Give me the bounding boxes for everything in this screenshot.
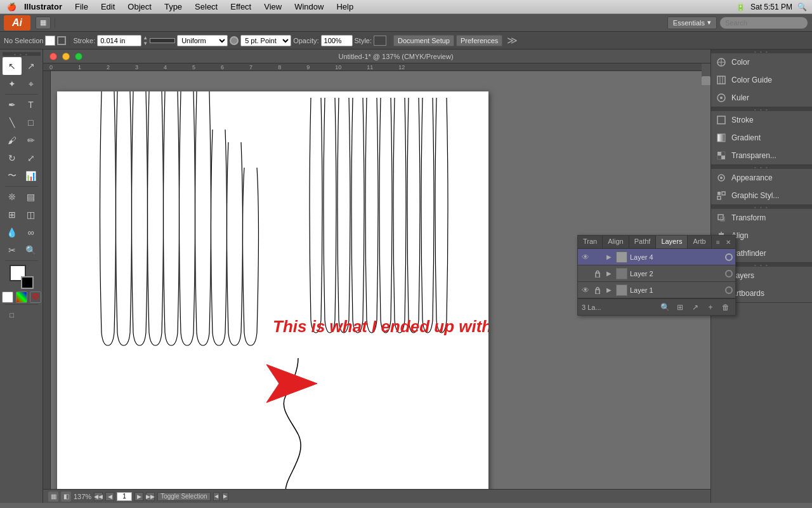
workspace-selector[interactable]: ▦ <box>36 17 51 29</box>
new-layer-btn[interactable]: + <box>705 302 716 313</box>
gradient-tool[interactable]: ◫ <box>22 206 41 224</box>
menu-view[interactable]: View <box>258 0 288 14</box>
paintbrush-tool[interactable]: 🖌 <box>3 131 22 149</box>
graphic-styles-panel-item[interactable]: Graphic Styl... <box>711 187 812 204</box>
transparency-panel-item[interactable]: Transparen... <box>711 147 812 164</box>
stroke-panel-item[interactable]: Stroke <box>711 111 812 129</box>
rotate-tool[interactable]: ↻ <box>3 149 22 167</box>
layer2-visibility-icon[interactable]: 👁 <box>580 269 591 279</box>
app-name[interactable]: Illustrator <box>18 0 69 14</box>
magic-wand-tool[interactable]: ✦ <box>3 75 22 93</box>
type-tool[interactable]: T <box>22 96 41 114</box>
menu-file[interactable]: File <box>69 0 95 14</box>
appearance-panel-item[interactable]: Appearance <box>711 169 812 187</box>
stroke-indicator[interactable] <box>21 276 34 289</box>
canvas-document[interactable]: This is what I ended up with <box>57 91 488 503</box>
layer2-target-circle[interactable] <box>725 270 733 277</box>
line-tool[interactable]: ╲ <box>3 114 22 131</box>
zoom-tool[interactable]: 🔍 <box>22 241 41 259</box>
menu-effect[interactable]: Effect <box>224 0 258 14</box>
layer4-visibility-icon[interactable]: 👁 <box>580 252 591 262</box>
stroke-value-input[interactable] <box>97 35 141 46</box>
layer1-expand-icon[interactable]: ▶ <box>605 286 613 295</box>
tab-layers[interactable]: Layers <box>656 236 688 248</box>
fill-stroke-indicator[interactable] <box>10 265 34 289</box>
kuler-panel-item[interactable]: Kuler <box>711 89 812 107</box>
layer-row-2[interactable]: 👁 ▶ Layer 2 <box>578 265 735 282</box>
toolbar-options-icon[interactable]: ≫ <box>507 34 518 46</box>
scissors-tool[interactable]: ✂ <box>3 241 22 259</box>
artboard-tool[interactable]: □ <box>3 306 22 324</box>
toggle-left-btn[interactable]: ◀ <box>213 492 219 501</box>
opacity-input[interactable] <box>321 35 353 46</box>
move-to-new-layer-btn[interactable]: ↗ <box>690 302 701 313</box>
next-btn[interactable]: ▶ <box>134 492 143 501</box>
layer1-target-circle[interactable] <box>725 286 733 294</box>
delete-layer-btn[interactable]: 🗑 <box>720 302 731 313</box>
layer2-expand-icon[interactable]: ▶ <box>605 269 613 278</box>
toggle-selection-button[interactable]: Toggle Selection <box>157 492 210 501</box>
stroke-color-swatch[interactable] <box>57 36 66 45</box>
prev-btn[interactable]: ◀ <box>105 492 114 501</box>
menu-type[interactable]: Type <box>158 0 188 14</box>
stroke-line-preview[interactable] <box>150 38 175 43</box>
pen-tool[interactable]: ✒ <box>3 96 22 114</box>
document-setup-button[interactable]: Document Setup <box>393 35 454 46</box>
layer1-visibility-icon[interactable]: 👁 <box>580 285 591 295</box>
gradient-mode-btn[interactable] <box>16 291 27 303</box>
color-panel-item[interactable]: Color <box>711 53 812 71</box>
tab-align[interactable]: Align <box>603 236 629 248</box>
toggle-right-btn[interactable]: ▶ <box>222 492 228 501</box>
layer1-lock-icon[interactable] <box>593 286 602 295</box>
next-page-btn[interactable]: ▶▶ <box>146 492 155 501</box>
make-clipping-mask-btn[interactable]: 🔍 <box>659 302 671 313</box>
tab-artboards[interactable]: Artb <box>688 236 711 248</box>
close-button[interactable] <box>49 53 57 60</box>
layers-panel-menu-icon[interactable]: ≡ <box>714 236 723 248</box>
scale-tool[interactable]: ⤢ <box>22 149 41 167</box>
style-swatch[interactable] <box>374 36 386 46</box>
color-mode-btn[interactable] <box>2 291 13 303</box>
layers-panel-close-icon[interactable]: ✕ <box>724 236 733 248</box>
menu-select[interactable]: Select <box>188 0 224 14</box>
rectangle-tool[interactable]: □ <box>22 114 41 131</box>
preferences-button[interactable]: Preferences <box>456 35 502 46</box>
minimize-button[interactable] <box>62 53 70 60</box>
layer2-lock-icon[interactable] <box>593 269 602 278</box>
graph-tool[interactable]: 📊 <box>22 167 41 185</box>
pencil-tool[interactable]: ✏ <box>22 131 41 149</box>
mesh-tool[interactable]: ⊞ <box>3 206 22 224</box>
fill-color-swatch[interactable] <box>45 36 55 46</box>
warp-tool[interactable]: 〜 <box>3 167 22 185</box>
new-sublayer-btn[interactable]: ⊞ <box>674 302 686 313</box>
layer-row-1[interactable]: 👁 ▶ Layer 1 <box>578 282 735 298</box>
lasso-tool[interactable]: ⌖ <box>22 75 41 93</box>
transform-panel-item[interactable]: Transform <box>711 209 812 227</box>
brush-select[interactable]: 5 pt. Point <box>240 35 291 46</box>
column-graph-tool[interactable]: ▤ <box>22 188 41 206</box>
gradient-panel-item[interactable]: Gradient <box>711 129 812 147</box>
blend-tool[interactable]: ∞ <box>22 224 41 241</box>
menu-help[interactable]: Help <box>330 0 360 14</box>
maximize-button[interactable] <box>75 53 82 60</box>
stroke-style-select[interactable]: Uniform <box>177 35 228 46</box>
essentials-button[interactable]: Essentials ▾ <box>667 17 717 29</box>
color-guide-panel-item[interactable]: Color Guide <box>711 71 812 89</box>
brush-preview[interactable] <box>230 36 239 45</box>
search-input[interactable] <box>719 17 808 29</box>
selection-tool[interactable]: ↖ <box>3 57 22 75</box>
layer4-expand-icon[interactable]: ▶ <box>605 253 613 262</box>
search-icon[interactable]: 🔍 <box>797 3 807 11</box>
menu-edit[interactable]: Edit <box>95 0 121 14</box>
tab-pathfinder[interactable]: Pathf <box>629 236 657 248</box>
apple-menu[interactable]: 🍎 <box>5 0 18 14</box>
tab-transform[interactable]: Tran <box>578 236 603 248</box>
prev-page-btn[interactable]: ◀◀ <box>94 492 103 501</box>
menu-object[interactable]: Object <box>121 0 158 14</box>
symbol-sprayer-tool[interactable]: ❊ <box>3 188 22 206</box>
menu-window[interactable]: Window <box>288 0 330 14</box>
none-mode-btn[interactable]: ⊘ <box>30 291 41 303</box>
layer4-target-circle[interactable] <box>725 253 733 261</box>
layer-row-4[interactable]: 👁 ▶ Layer 4 <box>578 249 735 265</box>
page-input[interactable] <box>117 492 132 501</box>
